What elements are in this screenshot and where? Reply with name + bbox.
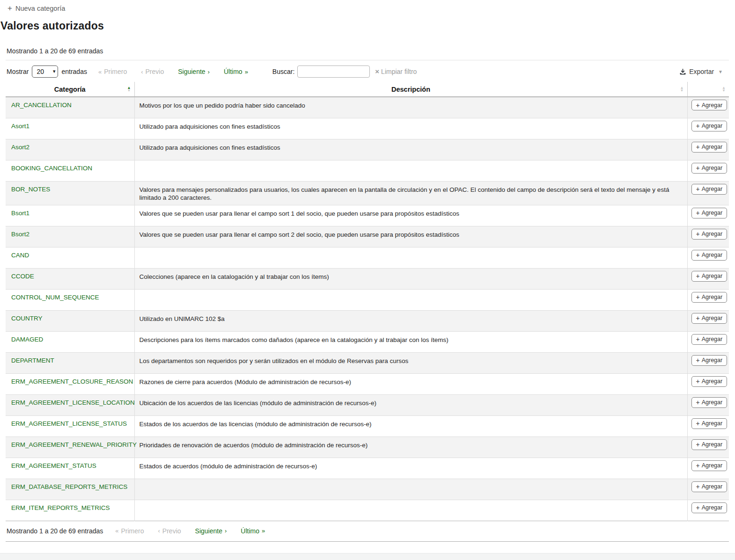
agregar-button[interactable]: + Agregar	[691, 271, 728, 282]
agregar-button[interactable]: + Agregar	[691, 376, 728, 387]
agregar-button[interactable]: + Agregar	[691, 313, 728, 324]
authorized-values-table: Categoría ▲ ▼ Descripción ▲ ▼	[6, 82, 729, 521]
agregar-button[interactable]: + Agregar	[691, 208, 728, 218]
table-info-bottom: Mostrando 1 a 20 de 69 entradas	[7, 527, 103, 535]
search-input[interactable]	[297, 65, 370, 78]
agregar-button[interactable]: + Agregar	[691, 292, 728, 303]
plus-icon: +	[696, 357, 700, 363]
column-header-category[interactable]: Categoría ▲ ▼	[6, 82, 134, 97]
table-row: ERM_AGREEMENT_STATUS Estados de acuerdos…	[6, 458, 729, 479]
plus-icon: +	[696, 463, 700, 468]
clear-filter-button[interactable]: × Limpiar filtro	[375, 68, 417, 75]
row-description	[134, 479, 687, 500]
plus-icon: +	[696, 442, 700, 447]
row-description: Utilizado para adquisiciones con fines e…	[134, 139, 687, 160]
row-description: Motivos por los que un pedido podría hab…	[134, 97, 687, 118]
plus-icon: +	[696, 165, 700, 171]
agregar-button[interactable]: + Agregar	[691, 229, 728, 240]
pagination-first-label: Primero	[121, 527, 144, 535]
pagination-last[interactable]: Último »	[241, 527, 265, 535]
agregar-button[interactable]: + Agregar	[691, 502, 728, 513]
agregar-label: Agregar	[702, 102, 722, 109]
agregar-button[interactable]: + Agregar	[691, 334, 728, 345]
plus-icon: +	[696, 315, 700, 321]
table-row: Asort1 Utilizado para adquisiciones con …	[6, 118, 729, 139]
agregar-button[interactable]: + Agregar	[691, 355, 728, 366]
row-description: Utilizado para adquisiciones con fines e…	[134, 118, 687, 139]
category-link[interactable]: ERM_ITEM_REPORTS_METRICS	[11, 504, 110, 511]
pagination-prev[interactable]: ‹ Previo	[158, 527, 181, 535]
pagination-prev[interactable]: ‹ Previo	[141, 68, 164, 75]
agregar-button[interactable]: + Agregar	[691, 250, 728, 261]
sort-desc-icon: ▼	[680, 89, 684, 92]
row-description: Valores para mensajes personalizados par…	[134, 181, 687, 205]
row-description: Valores que se pueden usar para llenar e…	[134, 226, 687, 247]
category-link[interactable]: COUNTRY	[11, 315, 43, 322]
agregar-label: Agregar	[702, 399, 722, 406]
category-link[interactable]: Bsort2	[11, 231, 29, 238]
chevron-double-right-icon: »	[245, 68, 248, 75]
column-header-actions[interactable]: ▲ ▼	[687, 82, 729, 97]
page-title: Valores autorizados	[0, 20, 735, 32]
table-header-row: Categoría ▲ ▼ Descripción ▲ ▼	[6, 82, 729, 97]
category-link[interactable]: ERM_AGREEMENT_CLOSURE_REASON	[11, 378, 133, 385]
agregar-button[interactable]: + Agregar	[691, 142, 728, 153]
row-description: Ubicación de los acuerdos de las licenci…	[134, 394, 687, 415]
agregar-button[interactable]: + Agregar	[691, 439, 728, 450]
category-link[interactable]: BOOKING_CANCELLATION	[11, 165, 92, 172]
new-category-button[interactable]: + Nueva categoría	[7, 5, 65, 12]
category-link[interactable]: ERM_AGREEMENT_RENEWAL_PRIORITY	[11, 441, 137, 448]
category-link[interactable]: DEPARTMENT	[11, 357, 54, 364]
category-link[interactable]: Asort2	[11, 144, 29, 151]
row-description	[134, 160, 687, 181]
row-description: Valores que se pueden usar para llenar e…	[134, 205, 687, 226]
chevron-right-icon: ›	[208, 68, 210, 75]
entries-select[interactable]: 20	[32, 65, 58, 78]
category-link[interactable]: CCODE	[11, 273, 34, 280]
pagination-first[interactable]: « Primero	[98, 68, 127, 75]
sort-icons-category[interactable]: ▲ ▼	[127, 87, 131, 92]
table-controls: Mostrar 20 ▾ entradas « Primero ‹ Previo…	[7, 65, 729, 78]
export-button[interactable]: Exportar ▼	[679, 68, 723, 75]
category-link[interactable]: ERM_AGREEMENT_STATUS	[11, 462, 96, 469]
pagination-prev-label: Previo	[146, 68, 164, 75]
agregar-button[interactable]: + Agregar	[691, 481, 728, 492]
column-header-category-label: Categoría	[54, 86, 86, 93]
agregar-button[interactable]: + Agregar	[691, 163, 728, 174]
row-description	[134, 289, 687, 310]
pagination-first[interactable]: « Primero	[115, 527, 144, 535]
pagination-next[interactable]: Siguiente ›	[195, 527, 227, 535]
category-link[interactable]: CONTROL_NUM_SEQUENCE	[11, 294, 99, 301]
agregar-button[interactable]: + Agregar	[691, 100, 728, 110]
footer-strip	[0, 553, 735, 560]
agregar-label: Agregar	[702, 252, 722, 258]
table-row: ERM_ITEM_REPORTS_METRICS + Agregar	[6, 500, 729, 521]
search-label: Buscar:	[272, 68, 294, 75]
chevron-double-right-icon: »	[262, 527, 265, 534]
category-link[interactable]: AR_CANCELLATION	[11, 102, 72, 109]
table-row: BOR_NOTES Valores para mensajes personal…	[6, 181, 729, 205]
category-link[interactable]: BOR_NOTES	[11, 186, 50, 193]
category-link[interactable]: Bsort1	[11, 210, 29, 217]
table-row: Bsort1 Valores que se pueden usar para l…	[6, 205, 729, 226]
category-link[interactable]: DAMAGED	[11, 336, 43, 343]
plus-icon: +	[696, 273, 700, 279]
agregar-button[interactable]: + Agregar	[691, 121, 728, 131]
row-description: Descripciones para los ítems marcados co…	[134, 331, 687, 352]
agregar-button[interactable]: + Agregar	[691, 460, 728, 471]
sort-desc-icon: ▼	[722, 89, 726, 92]
sort-icons-actions[interactable]: ▲ ▼	[722, 87, 726, 92]
agregar-button[interactable]: + Agregar	[691, 418, 728, 429]
pagination-next[interactable]: Siguiente ›	[178, 68, 210, 75]
category-link[interactable]: ERM_DATABASE_REPORTS_METRICS	[11, 483, 127, 490]
column-header-description-label: Descripción	[391, 86, 430, 93]
sort-icons-description[interactable]: ▲ ▼	[680, 87, 684, 92]
agregar-button[interactable]: + Agregar	[691, 184, 728, 195]
category-link[interactable]: Asort1	[11, 123, 29, 130]
category-link[interactable]: ERM_AGREEMENT_LICENSE_LOCATION	[11, 399, 135, 406]
agregar-button[interactable]: + Agregar	[691, 397, 728, 408]
pagination-last[interactable]: Último »	[224, 68, 248, 75]
category-link[interactable]: CAND	[11, 252, 29, 259]
column-header-description[interactable]: Descripción ▲ ▼	[134, 82, 687, 97]
category-link[interactable]: ERM_AGREEMENT_LICENSE_STATUS	[11, 420, 127, 427]
